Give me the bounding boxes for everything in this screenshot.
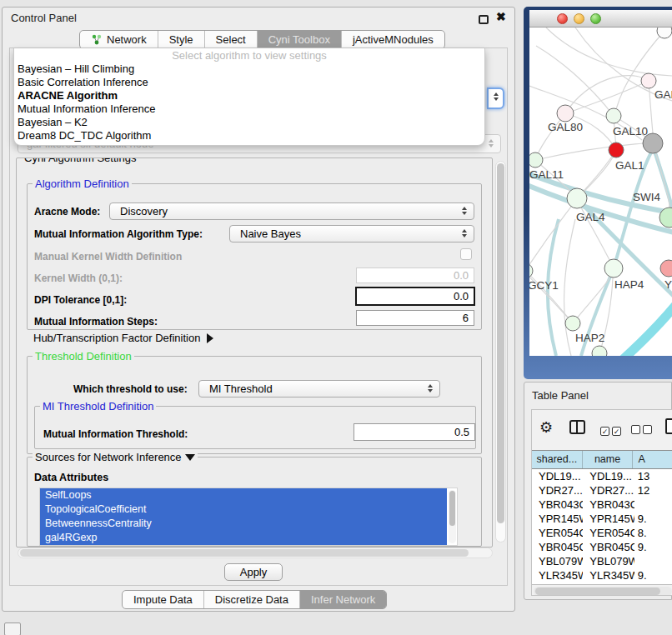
network-icon bbox=[91, 34, 103, 45]
minimize-window-icon[interactable] bbox=[574, 13, 584, 24]
aracne-mode-label: Aracne Mode: bbox=[34, 206, 100, 218]
table-cell: YIL052C bbox=[583, 582, 634, 585]
table-row[interactable]: YDR27...YDR27...12 bbox=[532, 483, 672, 498]
aracne-mode-combo[interactable]: Discovery bbox=[109, 202, 474, 220]
dpi-tolerance-field[interactable]: 0.0 bbox=[355, 287, 475, 306]
table-header-row: shared... name A bbox=[532, 451, 672, 469]
algorithm-option[interactable]: Mutual Information Inference bbox=[14, 102, 484, 116]
network-node-gal1[interactable] bbox=[609, 142, 624, 158]
column-header[interactable]: shared... bbox=[532, 451, 583, 468]
table-cell: YDR27... bbox=[532, 483, 583, 498]
kernel-width-field[interactable]: 0.0 bbox=[356, 268, 474, 283]
network-view-window: GALGAL80GAL10GAL1GAL11GAL4SWI4GCY1HAP4YH… bbox=[524, 7, 672, 379]
network-node-y[interactable] bbox=[660, 260, 672, 277]
algorithm-combo-focus-ring[interactable] bbox=[487, 88, 504, 109]
algorithm-option[interactable]: Basic Correlation Inference bbox=[14, 76, 484, 89]
close-window-icon[interactable] bbox=[557, 13, 568, 24]
apply-button[interactable]: Apply bbox=[224, 563, 283, 581]
table-row[interactable]: YPR145WYPR145W9. bbox=[532, 512, 672, 526]
network-node[interactable] bbox=[643, 133, 663, 153]
table-row[interactable]: YER054CYER054C8. bbox=[532, 526, 672, 540]
network-node-gal10[interactable] bbox=[606, 108, 621, 123]
algorithm-option-selected[interactable]: ARACNE Algorithm bbox=[14, 89, 484, 102]
mi-threshold-label: Mutual Information Threshold: bbox=[43, 428, 188, 440]
attribute-item-selected[interactable]: BetweennessCentrality bbox=[40, 517, 447, 531]
settings-horizontal-scrollbar[interactable] bbox=[18, 548, 493, 558]
hub-definition-expander[interactable]: Hub/Transcription Factor Definition bbox=[33, 332, 213, 344]
network-node-gal11[interactable] bbox=[529, 152, 543, 168]
algorithm-dropdown-popup: Select algorithm to view settings Bayesi… bbox=[13, 48, 485, 146]
tab-select[interactable]: Select bbox=[205, 31, 258, 48]
tab-infer-network[interactable]: Infer Network bbox=[300, 591, 386, 608]
zoom-window-icon[interactable] bbox=[590, 13, 601, 24]
tab-cyni-toolbox[interactable]: Cyni Toolbox bbox=[258, 31, 342, 48]
network-node[interactable] bbox=[657, 28, 672, 38]
table-cell: YDL19... bbox=[532, 469, 583, 483]
table-cell: 9. bbox=[634, 568, 672, 582]
cyni-algorithm-settings-group: Cyni Algorithm Settings Algorithm Defini… bbox=[16, 158, 493, 548]
collapse-arrow-icon bbox=[185, 454, 195, 461]
select-all-checkboxes-icon[interactable]: ✓✓ bbox=[600, 422, 624, 438]
minimized-panel-icon[interactable] bbox=[4, 622, 21, 635]
which-threshold-value: MI Threshold bbox=[209, 382, 273, 395]
manual-kernel-width-checkbox[interactable] bbox=[460, 248, 472, 260]
network-node-gal4[interactable] bbox=[567, 188, 587, 208]
algorithm-option[interactable]: Bayesian – K2 bbox=[14, 116, 484, 129]
tab-discretize-data[interactable]: Discretize Data bbox=[204, 591, 300, 608]
mi-threshold-field[interactable]: 0.5 bbox=[354, 423, 475, 441]
settings-vertical-scrollbar[interactable] bbox=[495, 161, 506, 542]
tab-impute-data[interactable]: Impute Data bbox=[123, 591, 204, 608]
mi-algorithm-type-label: Mutual Information Algorithm Type: bbox=[34, 228, 203, 240]
tab-label: Infer Network bbox=[311, 591, 375, 608]
algorithm-option[interactable]: Bayesian – Hill Climbing bbox=[14, 62, 484, 76]
tab-jactivemnodules[interactable]: jActiveMNodules bbox=[342, 31, 444, 48]
column-header[interactable]: A bbox=[633, 451, 672, 468]
network-node-label: HAP2 bbox=[575, 332, 604, 344]
split-columns-icon[interactable] bbox=[569, 420, 585, 434]
table-horizontal-scrollbar[interactable] bbox=[534, 587, 672, 596]
table-cell bbox=[634, 554, 672, 568]
tab-label: Style bbox=[169, 31, 193, 48]
network-window-titlebar[interactable] bbox=[529, 10, 672, 28]
table-cell: YIL052C bbox=[532, 582, 583, 585]
tab-style[interactable]: Style bbox=[158, 31, 205, 48]
network-node-gal80[interactable] bbox=[557, 105, 574, 122]
mi-steps-field[interactable]: 6 bbox=[356, 310, 474, 326]
table-row[interactable]: YIL052CYIL052C9. bbox=[532, 582, 672, 585]
network-node-label: GAL1 bbox=[615, 159, 644, 172]
table-cell: 9. bbox=[634, 582, 672, 585]
attribute-list-scrollbar[interactable] bbox=[449, 490, 456, 543]
table-cell: YBR043C bbox=[532, 498, 583, 512]
sources-group-title[interactable]: Sources for Network Inference bbox=[33, 451, 198, 463]
table-row[interactable]: YBR043CYBR043C bbox=[532, 498, 672, 512]
deselect-all-checkboxes-icon[interactable] bbox=[631, 422, 654, 438]
table-row[interactable]: YBL079WYBL079W bbox=[532, 554, 672, 568]
table-cell: 9. bbox=[634, 512, 672, 526]
file-icon[interactable] bbox=[665, 418, 672, 434]
mi-threshold-group: MI Threshold Definition Mutual Informati… bbox=[34, 406, 476, 449]
gear-icon[interactable]: ⚙ bbox=[539, 419, 553, 436]
table-row[interactable]: YLR345WYLR345W9. bbox=[532, 568, 672, 582]
attribute-item-selected[interactable]: SelfLoops bbox=[40, 488, 447, 502]
network-canvas[interactable]: GALGAL80GAL10GAL1GAL11GAL4SWI4GCY1HAP4YH… bbox=[529, 28, 672, 356]
close-panel-icon[interactable]: ✖ bbox=[496, 10, 506, 23]
table-row[interactable]: YDL19...YDL19...13 bbox=[532, 469, 672, 483]
float-panel-icon[interactable] bbox=[479, 15, 489, 24]
mi-algorithm-type-combo[interactable]: Naive Bayes bbox=[229, 225, 474, 242]
network-node-hap4[interactable] bbox=[604, 259, 623, 278]
network-node[interactable] bbox=[592, 346, 607, 356]
network-node-gcy1[interactable] bbox=[529, 263, 533, 278]
table-cell: YBR045C bbox=[532, 540, 583, 554]
tab-network[interactable]: Network bbox=[80, 31, 158, 48]
which-threshold-combo[interactable]: MI Threshold bbox=[198, 380, 440, 398]
mi-algorithm-type-value: Naive Bayes bbox=[240, 228, 301, 240]
attribute-item-selected[interactable]: TopologicalCoefficient bbox=[40, 502, 447, 517]
algorithm-option[interactable]: Dream8 DC_TDC Algorithm bbox=[14, 129, 484, 142]
network-node-hap2[interactable] bbox=[565, 316, 580, 331]
table-row[interactable]: YBR045CYBR045C9. bbox=[532, 540, 672, 554]
column-header[interactable]: name bbox=[583, 451, 634, 468]
table-cell: YPR145W bbox=[532, 512, 583, 526]
network-node-gal[interactable] bbox=[641, 73, 656, 88]
network-node-label: GAL11 bbox=[529, 168, 564, 181]
attribute-item-selected[interactable]: gal4RGexp bbox=[40, 531, 447, 545]
